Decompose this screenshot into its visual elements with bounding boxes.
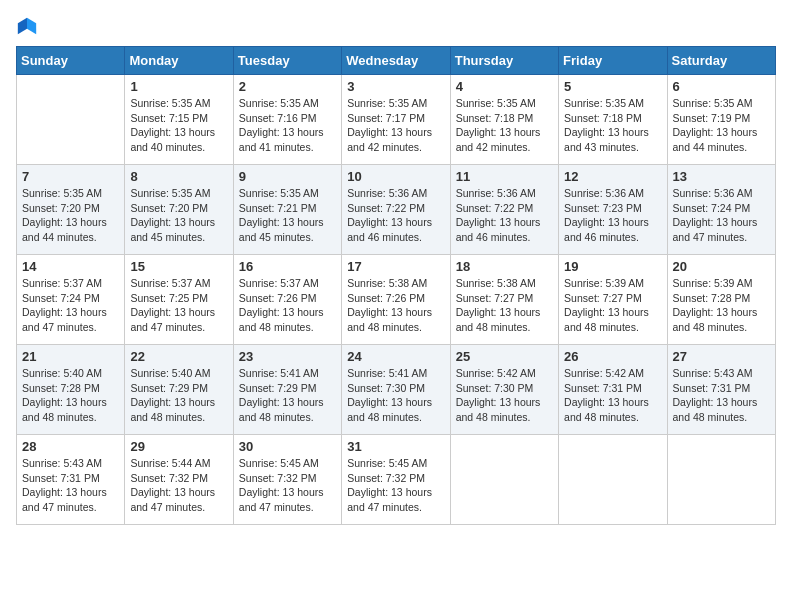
day-number: 17 (347, 259, 444, 274)
calendar-body: 1Sunrise: 5:35 AM Sunset: 7:15 PM Daylig… (17, 75, 776, 525)
calendar-cell (450, 435, 558, 525)
cell-info: Sunrise: 5:41 AM Sunset: 7:29 PM Dayligh… (239, 366, 336, 425)
col-header-thursday: Thursday (450, 47, 558, 75)
day-number: 5 (564, 79, 661, 94)
cell-info: Sunrise: 5:35 AM Sunset: 7:18 PM Dayligh… (456, 96, 553, 155)
day-number: 10 (347, 169, 444, 184)
cell-info: Sunrise: 5:44 AM Sunset: 7:32 PM Dayligh… (130, 456, 227, 515)
cell-info: Sunrise: 5:43 AM Sunset: 7:31 PM Dayligh… (22, 456, 119, 515)
calendar-cell: 7Sunrise: 5:35 AM Sunset: 7:20 PM Daylig… (17, 165, 125, 255)
cell-info: Sunrise: 5:39 AM Sunset: 7:28 PM Dayligh… (673, 276, 770, 335)
calendar-week-1: 1Sunrise: 5:35 AM Sunset: 7:15 PM Daylig… (17, 75, 776, 165)
day-number: 13 (673, 169, 770, 184)
col-header-wednesday: Wednesday (342, 47, 450, 75)
cell-info: Sunrise: 5:45 AM Sunset: 7:32 PM Dayligh… (239, 456, 336, 515)
col-header-friday: Friday (559, 47, 667, 75)
calendar-cell: 12Sunrise: 5:36 AM Sunset: 7:23 PM Dayli… (559, 165, 667, 255)
calendar-cell: 2Sunrise: 5:35 AM Sunset: 7:16 PM Daylig… (233, 75, 341, 165)
col-header-sunday: Sunday (17, 47, 125, 75)
day-number: 1 (130, 79, 227, 94)
day-number: 28 (22, 439, 119, 454)
calendar-cell: 9Sunrise: 5:35 AM Sunset: 7:21 PM Daylig… (233, 165, 341, 255)
svg-marker-0 (27, 18, 36, 35)
calendar-cell (559, 435, 667, 525)
calendar-cell: 17Sunrise: 5:38 AM Sunset: 7:26 PM Dayli… (342, 255, 450, 345)
cell-info: Sunrise: 5:38 AM Sunset: 7:27 PM Dayligh… (456, 276, 553, 335)
calendar-cell: 1Sunrise: 5:35 AM Sunset: 7:15 PM Daylig… (125, 75, 233, 165)
day-number: 24 (347, 349, 444, 364)
day-number: 18 (456, 259, 553, 274)
calendar-cell: 18Sunrise: 5:38 AM Sunset: 7:27 PM Dayli… (450, 255, 558, 345)
day-number: 16 (239, 259, 336, 274)
day-number: 20 (673, 259, 770, 274)
calendar-week-4: 21Sunrise: 5:40 AM Sunset: 7:28 PM Dayli… (17, 345, 776, 435)
cell-info: Sunrise: 5:43 AM Sunset: 7:31 PM Dayligh… (673, 366, 770, 425)
calendar-cell: 29Sunrise: 5:44 AM Sunset: 7:32 PM Dayli… (125, 435, 233, 525)
calendar-cell: 26Sunrise: 5:42 AM Sunset: 7:31 PM Dayli… (559, 345, 667, 435)
calendar-cell: 30Sunrise: 5:45 AM Sunset: 7:32 PM Dayli… (233, 435, 341, 525)
calendar-cell: 21Sunrise: 5:40 AM Sunset: 7:28 PM Dayli… (17, 345, 125, 435)
calendar-cell: 19Sunrise: 5:39 AM Sunset: 7:27 PM Dayli… (559, 255, 667, 345)
day-number: 2 (239, 79, 336, 94)
calendar-cell: 22Sunrise: 5:40 AM Sunset: 7:29 PM Dayli… (125, 345, 233, 435)
calendar-cell (17, 75, 125, 165)
day-number: 31 (347, 439, 444, 454)
cell-info: Sunrise: 5:36 AM Sunset: 7:22 PM Dayligh… (456, 186, 553, 245)
calendar-week-5: 28Sunrise: 5:43 AM Sunset: 7:31 PM Dayli… (17, 435, 776, 525)
cell-info: Sunrise: 5:36 AM Sunset: 7:24 PM Dayligh… (673, 186, 770, 245)
logo-icon (16, 16, 38, 38)
page-header (16, 16, 776, 38)
calendar-cell: 13Sunrise: 5:36 AM Sunset: 7:24 PM Dayli… (667, 165, 775, 255)
cell-info: Sunrise: 5:41 AM Sunset: 7:30 PM Dayligh… (347, 366, 444, 425)
calendar-cell: 28Sunrise: 5:43 AM Sunset: 7:31 PM Dayli… (17, 435, 125, 525)
calendar-cell: 16Sunrise: 5:37 AM Sunset: 7:26 PM Dayli… (233, 255, 341, 345)
day-number: 15 (130, 259, 227, 274)
cell-info: Sunrise: 5:45 AM Sunset: 7:32 PM Dayligh… (347, 456, 444, 515)
calendar-cell: 20Sunrise: 5:39 AM Sunset: 7:28 PM Dayli… (667, 255, 775, 345)
cell-info: Sunrise: 5:35 AM Sunset: 7:19 PM Dayligh… (673, 96, 770, 155)
day-number: 9 (239, 169, 336, 184)
day-number: 7 (22, 169, 119, 184)
day-number: 11 (456, 169, 553, 184)
day-number: 19 (564, 259, 661, 274)
calendar-cell (667, 435, 775, 525)
calendar-cell: 3Sunrise: 5:35 AM Sunset: 7:17 PM Daylig… (342, 75, 450, 165)
svg-marker-1 (18, 18, 27, 35)
calendar-cell: 8Sunrise: 5:35 AM Sunset: 7:20 PM Daylig… (125, 165, 233, 255)
col-header-saturday: Saturday (667, 47, 775, 75)
cell-info: Sunrise: 5:37 AM Sunset: 7:25 PM Dayligh… (130, 276, 227, 335)
day-number: 4 (456, 79, 553, 94)
day-number: 22 (130, 349, 227, 364)
calendar-week-3: 14Sunrise: 5:37 AM Sunset: 7:24 PM Dayli… (17, 255, 776, 345)
calendar-cell: 14Sunrise: 5:37 AM Sunset: 7:24 PM Dayli… (17, 255, 125, 345)
calendar-cell: 31Sunrise: 5:45 AM Sunset: 7:32 PM Dayli… (342, 435, 450, 525)
calendar-cell: 6Sunrise: 5:35 AM Sunset: 7:19 PM Daylig… (667, 75, 775, 165)
cell-info: Sunrise: 5:35 AM Sunset: 7:20 PM Dayligh… (130, 186, 227, 245)
calendar-week-2: 7Sunrise: 5:35 AM Sunset: 7:20 PM Daylig… (17, 165, 776, 255)
calendar-cell: 4Sunrise: 5:35 AM Sunset: 7:18 PM Daylig… (450, 75, 558, 165)
col-header-tuesday: Tuesday (233, 47, 341, 75)
cell-info: Sunrise: 5:35 AM Sunset: 7:17 PM Dayligh… (347, 96, 444, 155)
cell-info: Sunrise: 5:38 AM Sunset: 7:26 PM Dayligh… (347, 276, 444, 335)
cell-info: Sunrise: 5:37 AM Sunset: 7:26 PM Dayligh… (239, 276, 336, 335)
cell-info: Sunrise: 5:42 AM Sunset: 7:31 PM Dayligh… (564, 366, 661, 425)
day-number: 12 (564, 169, 661, 184)
cell-info: Sunrise: 5:35 AM Sunset: 7:16 PM Dayligh… (239, 96, 336, 155)
cell-info: Sunrise: 5:40 AM Sunset: 7:29 PM Dayligh… (130, 366, 227, 425)
calendar-cell: 27Sunrise: 5:43 AM Sunset: 7:31 PM Dayli… (667, 345, 775, 435)
calendar-cell: 5Sunrise: 5:35 AM Sunset: 7:18 PM Daylig… (559, 75, 667, 165)
day-number: 29 (130, 439, 227, 454)
cell-info: Sunrise: 5:35 AM Sunset: 7:20 PM Dayligh… (22, 186, 119, 245)
header-row: SundayMondayTuesdayWednesdayThursdayFrid… (17, 47, 776, 75)
calendar-cell: 10Sunrise: 5:36 AM Sunset: 7:22 PM Dayli… (342, 165, 450, 255)
cell-info: Sunrise: 5:39 AM Sunset: 7:27 PM Dayligh… (564, 276, 661, 335)
calendar-header: SundayMondayTuesdayWednesdayThursdayFrid… (17, 47, 776, 75)
day-number: 27 (673, 349, 770, 364)
cell-info: Sunrise: 5:36 AM Sunset: 7:23 PM Dayligh… (564, 186, 661, 245)
calendar-cell: 15Sunrise: 5:37 AM Sunset: 7:25 PM Dayli… (125, 255, 233, 345)
cell-info: Sunrise: 5:37 AM Sunset: 7:24 PM Dayligh… (22, 276, 119, 335)
cell-info: Sunrise: 5:36 AM Sunset: 7:22 PM Dayligh… (347, 186, 444, 245)
col-header-monday: Monday (125, 47, 233, 75)
day-number: 30 (239, 439, 336, 454)
logo (16, 16, 42, 38)
